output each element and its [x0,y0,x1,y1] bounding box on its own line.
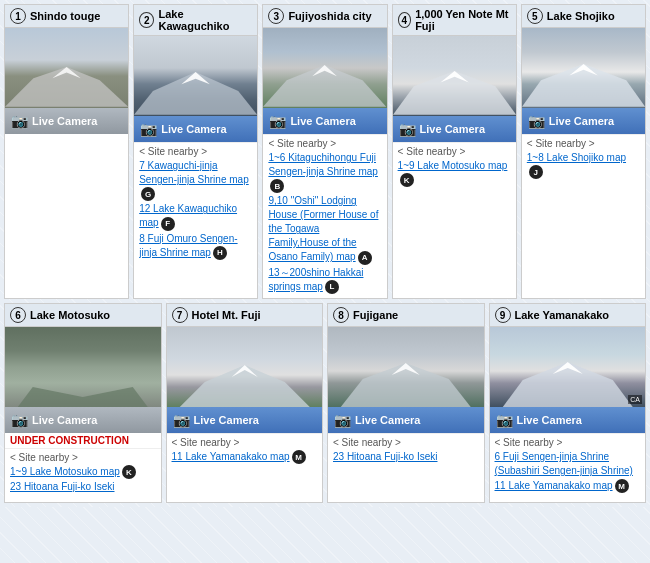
nearby-link[interactable]: 9,10 "Oshi" Lodging House (Former House … [268,194,381,264]
live-camera-button[interactable]: 📷Live Camera [167,407,323,433]
nearby-link[interactable]: 12 Lake Kawaguchiko mapF [139,202,252,230]
card-number: 2 [139,12,154,28]
card-title: Lake Motosuko [30,309,110,321]
card-4: 41,000 Yen Note Mt Fuji📷Live Camera< Sit… [392,4,517,299]
nearby-link[interactable]: 11 Lake Yamanakako mapM [172,450,318,464]
site-nearby-title: < Site nearby > [398,146,511,157]
card-image: CA [490,327,646,407]
map-badge: M [615,479,629,493]
svg-marker-13 [341,363,471,407]
site-nearby-section: < Site nearby >1~9 Lake Motosuko mapK23 … [5,448,161,498]
card-image [167,327,323,407]
nearby-link[interactable]: 11 Lake Yamanakako mapM [495,479,641,493]
nearby-link[interactable]: 7 Kawaguchi-jinja Sengen-jinja Shrine ma… [139,159,252,201]
card-number: 6 [10,307,26,323]
camera-icon: 📷 [140,121,157,137]
nearby-link[interactable]: 1~9 Lake Motosuko mapK [398,159,511,187]
site-nearby-section: < Site nearby >1~9 Lake Motosuko mapK [393,142,516,191]
site-nearby-section: < Site nearby >6 Fuji Sengen-jinja Shrin… [490,433,646,497]
card-7: 7Hotel Mt. Fuji📷Live Camera< Site nearby… [166,303,324,503]
bottom-grid: 6Lake Motosuko📷Live CameraUNDER CONSTRUC… [0,303,650,507]
map-badge: K [400,173,414,187]
card-header: 41,000 Yen Note Mt Fuji [393,5,516,36]
card-header: 8Fujigane [328,304,484,327]
site-nearby-title: < Site nearby > [495,437,641,448]
live-camera-label: Live Camera [194,414,259,426]
camera-icon: 📷 [269,113,286,129]
card-image [5,327,161,407]
camera-icon: 📷 [399,121,416,137]
live-camera-label: Live Camera [420,123,485,135]
nearby-link[interactable]: 13～200shino Hakkai springs mapL [268,266,381,294]
card-title: Lake Yamanakako [515,309,610,321]
site-nearby-title: < Site nearby > [527,138,640,149]
live-camera-label: Live Camera [355,414,420,426]
card-header: 1Shindo touge [5,5,128,28]
live-camera-button[interactable]: 📷Live Camera [263,108,386,134]
card-number: 5 [527,8,543,24]
card-1: 1Shindo touge📷Live Camera [4,4,129,299]
live-camera-button[interactable]: 📷Live Camera [5,108,128,134]
map-badge: H [213,246,227,260]
nearby-link[interactable]: 1~6 Kitaguchihongu Fuji Sengen-jinja Shr… [268,151,381,193]
map-badge: F [161,217,175,231]
nearby-link[interactable]: 23 Hitoana Fuji-ko Iseki [333,450,479,464]
card-image [5,28,128,108]
live-camera-button[interactable]: 📷Live Camera [134,116,257,142]
card-title: Hotel Mt. Fuji [192,309,261,321]
camera-icon: 📷 [496,412,513,428]
card-header: 7Hotel Mt. Fuji [167,304,323,327]
live-camera-label: Live Camera [517,414,582,426]
card-2: 2Lake Kawaguchiko📷Live Camera< Site near… [133,4,258,299]
live-camera-button[interactable]: 📷Live Camera [393,116,516,142]
site-nearby-section: < Site nearby >7 Kawaguchi-jinja Sengen-… [134,142,257,264]
card-6: 6Lake Motosuko📷Live CameraUNDER CONSTRUC… [4,303,162,503]
card-header: 6Lake Motosuko [5,304,161,327]
nearby-link[interactable]: 1~8 Lake Shojiko mapJ [527,151,640,179]
camera-icon: 📷 [528,113,545,129]
camera-icon: 📷 [173,412,190,428]
top-grid: 1Shindo touge📷Live Camera2Lake Kawaguchi… [0,0,650,303]
card-number: 9 [495,307,511,323]
card-number: 7 [172,307,188,323]
live-camera-button[interactable]: 📷Live Camera [522,108,645,134]
live-camera-label: Live Camera [549,115,614,127]
svg-marker-10 [18,387,148,407]
live-camera-label: Live Camera [32,115,97,127]
card-number: 4 [398,12,412,28]
map-badge: J [529,165,543,179]
card-header: 5Lake Shojiko [522,5,645,28]
under-construction-label: UNDER CONSTRUCTION [5,433,161,448]
card-number: 8 [333,307,349,323]
card-title: Lake Kawaguchiko [158,8,252,32]
live-camera-button[interactable]: 📷Live Camera [5,407,161,433]
site-nearby-section: < Site nearby >1~8 Lake Shojiko mapJ [522,134,645,183]
nearby-link[interactable]: 8 Fuji Omuro Sengen-jinja Shrine mapH [139,232,252,260]
live-camera-label: Live Camera [290,115,355,127]
live-camera-button[interactable]: 📷Live Camera [490,407,646,433]
card-image [328,327,484,407]
card-title: Shindo touge [30,10,100,22]
map-badge: B [270,179,284,193]
camera-icon: 📷 [11,412,28,428]
card-header: 3Fujiyoshida city [263,5,386,28]
map-badge: K [122,465,136,479]
map-badge: M [292,450,306,464]
svg-marker-11 [179,365,309,407]
card-image [522,28,645,108]
nearby-link[interactable]: 23 Hitoana Fuji-ko Iseki [10,480,156,494]
nearby-link[interactable]: 1~9 Lake Motosuko mapK [10,465,156,479]
nearby-link[interactable]: 6 Fuji Sengen-jinja Shrine (Subashiri Se… [495,450,641,478]
live-camera-label: Live Camera [32,414,97,426]
live-camera-button[interactable]: 📷Live Camera [328,407,484,433]
svg-marker-4 [263,65,386,107]
card-header: 2Lake Kawaguchiko [134,5,257,36]
site-nearby-section: < Site nearby >23 Hitoana Fuji-ko Iseki [328,433,484,468]
camera-icon: 📷 [334,412,351,428]
site-nearby-title: < Site nearby > [268,138,381,149]
card-title: Fujiyoshida city [288,10,371,22]
card-number: 3 [268,8,284,24]
svg-marker-8 [522,64,645,107]
map-badge: A [358,251,372,265]
card-image [393,36,516,116]
